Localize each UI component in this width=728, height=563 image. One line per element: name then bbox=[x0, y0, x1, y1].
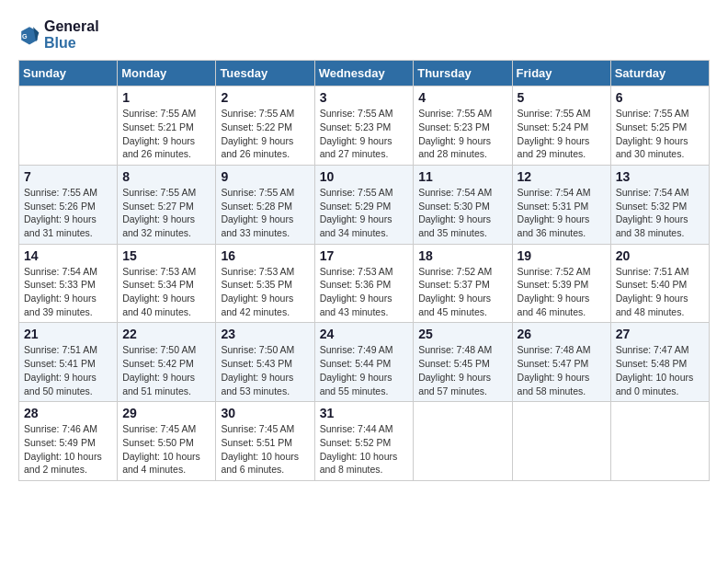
calendar-cell bbox=[610, 402, 709, 481]
logo-icon: G bbox=[18, 24, 40, 46]
calendar-week-row: 7Sunrise: 7:55 AM Sunset: 5:26 PM Daylig… bbox=[19, 165, 710, 244]
day-number: 16 bbox=[221, 248, 309, 263]
page-header: G General Blue bbox=[18, 18, 710, 51]
calendar-cell: 6Sunrise: 7:55 AM Sunset: 5:25 PM Daylig… bbox=[610, 86, 709, 166]
calendar-cell: 14Sunrise: 7:54 AM Sunset: 5:33 PM Dayli… bbox=[19, 244, 118, 323]
day-info: Sunrise: 7:45 AM Sunset: 5:51 PM Dayligh… bbox=[221, 422, 309, 477]
calendar-cell: 23Sunrise: 7:50 AM Sunset: 5:43 PM Dayli… bbox=[216, 323, 314, 402]
calendar-cell: 10Sunrise: 7:55 AM Sunset: 5:29 PM Dayli… bbox=[314, 165, 414, 244]
day-info: Sunrise: 7:54 AM Sunset: 5:33 PM Dayligh… bbox=[24, 265, 112, 319]
day-number: 11 bbox=[418, 169, 506, 184]
calendar-cell: 12Sunrise: 7:54 AM Sunset: 5:31 PM Dayli… bbox=[512, 165, 610, 244]
calendar-cell: 1Sunrise: 7:55 AM Sunset: 5:21 PM Daylig… bbox=[118, 86, 216, 166]
day-number: 3 bbox=[320, 90, 409, 105]
day-info: Sunrise: 7:54 AM Sunset: 5:32 PM Dayligh… bbox=[616, 186, 704, 240]
day-info: Sunrise: 7:55 AM Sunset: 5:26 PM Dayligh… bbox=[24, 186, 112, 240]
calendar-week-row: 21Sunrise: 7:51 AM Sunset: 5:41 PM Dayli… bbox=[19, 323, 710, 402]
day-header-saturday: Saturday bbox=[610, 61, 709, 86]
calendar-cell: 9Sunrise: 7:55 AM Sunset: 5:28 PM Daylig… bbox=[216, 165, 314, 244]
day-number: 4 bbox=[418, 90, 506, 105]
day-info: Sunrise: 7:55 AM Sunset: 5:21 PM Dayligh… bbox=[122, 107, 210, 161]
day-number: 1 bbox=[122, 90, 210, 105]
calendar-cell bbox=[512, 402, 610, 481]
day-info: Sunrise: 7:46 AM Sunset: 5:49 PM Dayligh… bbox=[24, 422, 112, 477]
day-info: Sunrise: 7:55 AM Sunset: 5:27 PM Dayligh… bbox=[122, 186, 210, 240]
calendar-week-row: 28Sunrise: 7:46 AM Sunset: 5:49 PM Dayli… bbox=[19, 402, 710, 481]
calendar-cell: 8Sunrise: 7:55 AM Sunset: 5:27 PM Daylig… bbox=[118, 165, 216, 244]
calendar-cell: 22Sunrise: 7:50 AM Sunset: 5:42 PM Dayli… bbox=[118, 323, 216, 402]
calendar-cell: 29Sunrise: 7:45 AM Sunset: 5:50 PM Dayli… bbox=[118, 402, 216, 481]
day-info: Sunrise: 7:50 AM Sunset: 5:42 PM Dayligh… bbox=[122, 343, 210, 397]
day-number: 26 bbox=[518, 327, 606, 341]
day-number: 27 bbox=[616, 327, 704, 341]
calendar-cell: 30Sunrise: 7:45 AM Sunset: 5:51 PM Dayli… bbox=[216, 402, 314, 481]
day-info: Sunrise: 7:48 AM Sunset: 5:47 PM Dayligh… bbox=[518, 343, 606, 397]
day-info: Sunrise: 7:49 AM Sunset: 5:44 PM Dayligh… bbox=[320, 343, 409, 397]
calendar-week-row: 1Sunrise: 7:55 AM Sunset: 5:21 PM Daylig… bbox=[19, 86, 710, 166]
day-info: Sunrise: 7:48 AM Sunset: 5:45 PM Dayligh… bbox=[418, 343, 506, 397]
day-number: 17 bbox=[320, 248, 409, 263]
calendar-cell: 31Sunrise: 7:44 AM Sunset: 5:52 PM Dayli… bbox=[314, 402, 414, 481]
svg-text:G: G bbox=[22, 32, 28, 40]
day-number: 21 bbox=[24, 327, 112, 341]
calendar-cell: 15Sunrise: 7:53 AM Sunset: 5:34 PM Dayli… bbox=[118, 244, 216, 323]
calendar-cell bbox=[414, 402, 512, 481]
day-info: Sunrise: 7:51 AM Sunset: 5:41 PM Dayligh… bbox=[24, 343, 112, 397]
calendar-cell: 26Sunrise: 7:48 AM Sunset: 5:47 PM Dayli… bbox=[512, 323, 610, 402]
day-info: Sunrise: 7:53 AM Sunset: 5:36 PM Dayligh… bbox=[320, 265, 409, 319]
day-info: Sunrise: 7:51 AM Sunset: 5:40 PM Dayligh… bbox=[616, 265, 704, 319]
day-info: Sunrise: 7:55 AM Sunset: 5:22 PM Dayligh… bbox=[221, 107, 309, 161]
day-number: 22 bbox=[122, 327, 210, 341]
calendar-cell: 21Sunrise: 7:51 AM Sunset: 5:41 PM Dayli… bbox=[19, 323, 118, 402]
day-info: Sunrise: 7:55 AM Sunset: 5:25 PM Dayligh… bbox=[616, 107, 704, 161]
day-number: 20 bbox=[616, 248, 704, 263]
day-number: 2 bbox=[221, 90, 309, 105]
calendar-cell: 24Sunrise: 7:49 AM Sunset: 5:44 PM Dayli… bbox=[314, 323, 414, 402]
day-header-wednesday: Wednesday bbox=[314, 61, 414, 86]
calendar-cell: 16Sunrise: 7:53 AM Sunset: 5:35 PM Dayli… bbox=[216, 244, 314, 323]
day-number: 12 bbox=[518, 169, 606, 184]
day-header-thursday: Thursday bbox=[414, 61, 512, 86]
day-number: 9 bbox=[221, 169, 309, 184]
calendar-cell: 20Sunrise: 7:51 AM Sunset: 5:40 PM Dayli… bbox=[610, 244, 709, 323]
calendar-cell: 2Sunrise: 7:55 AM Sunset: 5:22 PM Daylig… bbox=[216, 86, 314, 166]
calendar-cell: 11Sunrise: 7:54 AM Sunset: 5:30 PM Dayli… bbox=[414, 165, 512, 244]
day-number: 7 bbox=[24, 169, 112, 184]
day-info: Sunrise: 7:55 AM Sunset: 5:28 PM Dayligh… bbox=[221, 186, 309, 240]
day-number: 28 bbox=[24, 406, 112, 420]
day-info: Sunrise: 7:53 AM Sunset: 5:34 PM Dayligh… bbox=[122, 265, 210, 319]
day-number: 24 bbox=[320, 327, 409, 341]
day-info: Sunrise: 7:45 AM Sunset: 5:50 PM Dayligh… bbox=[122, 422, 210, 477]
calendar-cell: 5Sunrise: 7:55 AM Sunset: 5:24 PM Daylig… bbox=[512, 86, 610, 166]
day-header-monday: Monday bbox=[118, 61, 216, 86]
calendar-cell: 13Sunrise: 7:54 AM Sunset: 5:32 PM Dayli… bbox=[610, 165, 709, 244]
calendar-cell: 3Sunrise: 7:55 AM Sunset: 5:23 PM Daylig… bbox=[314, 86, 414, 166]
calendar-cell bbox=[19, 86, 118, 166]
calendar-table: SundayMondayTuesdayWednesdayThursdayFrid… bbox=[18, 60, 710, 481]
day-info: Sunrise: 7:50 AM Sunset: 5:43 PM Dayligh… bbox=[221, 343, 309, 397]
logo: G General Blue bbox=[18, 18, 99, 51]
calendar-week-row: 14Sunrise: 7:54 AM Sunset: 5:33 PM Dayli… bbox=[19, 244, 710, 323]
day-header-sunday: Sunday bbox=[19, 61, 118, 86]
calendar-cell: 28Sunrise: 7:46 AM Sunset: 5:49 PM Dayli… bbox=[19, 402, 118, 481]
calendar-cell: 18Sunrise: 7:52 AM Sunset: 5:37 PM Dayli… bbox=[414, 244, 512, 323]
day-info: Sunrise: 7:54 AM Sunset: 5:31 PM Dayligh… bbox=[518, 186, 606, 240]
day-number: 31 bbox=[320, 406, 409, 420]
day-info: Sunrise: 7:47 AM Sunset: 5:48 PM Dayligh… bbox=[616, 343, 704, 397]
day-info: Sunrise: 7:53 AM Sunset: 5:35 PM Dayligh… bbox=[221, 265, 309, 319]
day-number: 8 bbox=[122, 169, 210, 184]
day-info: Sunrise: 7:52 AM Sunset: 5:39 PM Dayligh… bbox=[518, 265, 606, 319]
day-info: Sunrise: 7:54 AM Sunset: 5:30 PM Dayligh… bbox=[418, 186, 506, 240]
logo-text: General Blue bbox=[44, 18, 99, 51]
calendar-cell: 19Sunrise: 7:52 AM Sunset: 5:39 PM Dayli… bbox=[512, 244, 610, 323]
calendar-cell: 17Sunrise: 7:53 AM Sunset: 5:36 PM Dayli… bbox=[314, 244, 414, 323]
day-info: Sunrise: 7:52 AM Sunset: 5:37 PM Dayligh… bbox=[418, 265, 506, 319]
day-number: 25 bbox=[418, 327, 506, 341]
day-number: 10 bbox=[320, 169, 409, 184]
day-header-friday: Friday bbox=[512, 61, 610, 86]
calendar-cell: 4Sunrise: 7:55 AM Sunset: 5:23 PM Daylig… bbox=[414, 86, 512, 166]
day-info: Sunrise: 7:55 AM Sunset: 5:24 PM Dayligh… bbox=[518, 107, 606, 161]
day-number: 30 bbox=[221, 406, 309, 420]
day-number: 23 bbox=[221, 327, 309, 341]
calendar-header-row: SundayMondayTuesdayWednesdayThursdayFrid… bbox=[19, 61, 710, 86]
